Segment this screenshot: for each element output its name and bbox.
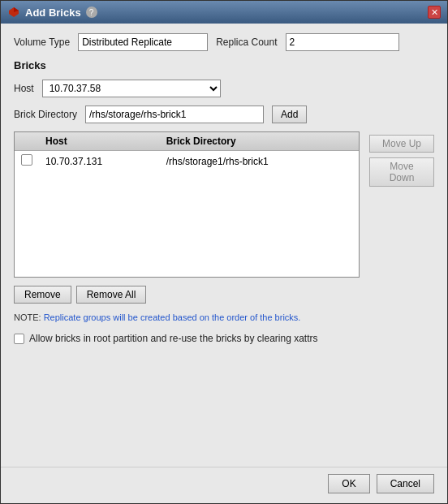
- title-bar-left: Add Bricks ?: [7, 6, 97, 19]
- brick-table-container: Host Brick Directory 10.70.37.131 /rhs/s…: [14, 131, 360, 278]
- table-header-brick-dir: Brick Directory: [160, 132, 359, 151]
- row-checkbox[interactable]: [21, 154, 32, 166]
- row-brick-directory: /rhs/storage1/rhs-brick1: [160, 151, 359, 172]
- side-buttons: Move Up Move Down: [369, 131, 434, 187]
- brick-table: Host Brick Directory 10.70.37.131 /rhs/s…: [15, 132, 359, 171]
- close-button[interactable]: ✕: [428, 6, 441, 19]
- bricks-section-title: Bricks: [14, 59, 434, 71]
- table-header-checkbox: [15, 132, 39, 151]
- table-area: Host Brick Directory 10.70.37.131 /rhs/s…: [14, 131, 434, 278]
- allow-root-label: Allow bricks in root partition and re-us…: [29, 333, 317, 344]
- replica-count-input[interactable]: [286, 33, 399, 51]
- dialog-content: Volume Type Replica Count Bricks Host 10…: [1, 24, 447, 463]
- dialog-title: Add Bricks: [25, 6, 81, 19]
- cancel-button[interactable]: Cancel: [377, 474, 434, 493]
- volume-type-input[interactable]: [78, 33, 208, 51]
- title-bar: Add Bricks ? ✕: [1, 1, 447, 24]
- row-host: 10.70.37.131: [39, 151, 160, 172]
- remove-button[interactable]: Remove: [14, 286, 71, 304]
- move-up-button[interactable]: Move Up: [369, 135, 434, 153]
- remove-all-button[interactable]: Remove All: [76, 286, 147, 304]
- brick-directory-row: Brick Directory Add: [14, 106, 434, 123]
- brick-directory-input[interactable]: [85, 106, 264, 123]
- volume-type-row: Volume Type Replica Count: [14, 33, 434, 51]
- dialog-footer: OK Cancel: [1, 467, 447, 503]
- table-row[interactable]: 10.70.37.131 /rhs/storage1/rhs-brick1: [15, 151, 359, 172]
- volume-type-label: Volume Type: [14, 37, 70, 48]
- add-bricks-dialog: Add Bricks ? ✕ Volume Type Replica Count…: [0, 0, 448, 504]
- table-header-host: Host: [39, 132, 160, 151]
- host-row: Host 10.70.37.58 10.70.37.131: [14, 80, 434, 97]
- move-down-button[interactable]: Move Down: [369, 157, 434, 187]
- replica-count-label: Replica Count: [216, 37, 277, 48]
- note-text: Replicate groups will be created based o…: [44, 312, 301, 322]
- note-prefix: NOTE:: [14, 312, 44, 322]
- brick-table-wrapper: Host Brick Directory 10.70.37.131 /rhs/s…: [14, 131, 360, 278]
- add-button[interactable]: Add: [272, 106, 307, 123]
- redhat-icon: [7, 6, 20, 19]
- note-area: NOTE: Replicate groups will be created b…: [14, 312, 434, 323]
- allow-root-row: Allow bricks in root partition and re-us…: [14, 333, 434, 344]
- host-label: Host: [14, 83, 34, 94]
- row-checkbox-cell: [15, 151, 39, 172]
- brick-directory-label: Brick Directory: [14, 109, 77, 120]
- bricks-label: Bricks: [14, 59, 46, 71]
- bottom-buttons: Remove Remove All: [14, 286, 434, 304]
- host-select[interactable]: 10.70.37.58 10.70.37.131: [42, 80, 221, 97]
- table-header-row: Host Brick Directory: [15, 132, 359, 151]
- allow-root-checkbox[interactable]: [14, 334, 24, 344]
- ok-button[interactable]: OK: [328, 474, 369, 493]
- help-icon[interactable]: ?: [86, 6, 97, 18]
